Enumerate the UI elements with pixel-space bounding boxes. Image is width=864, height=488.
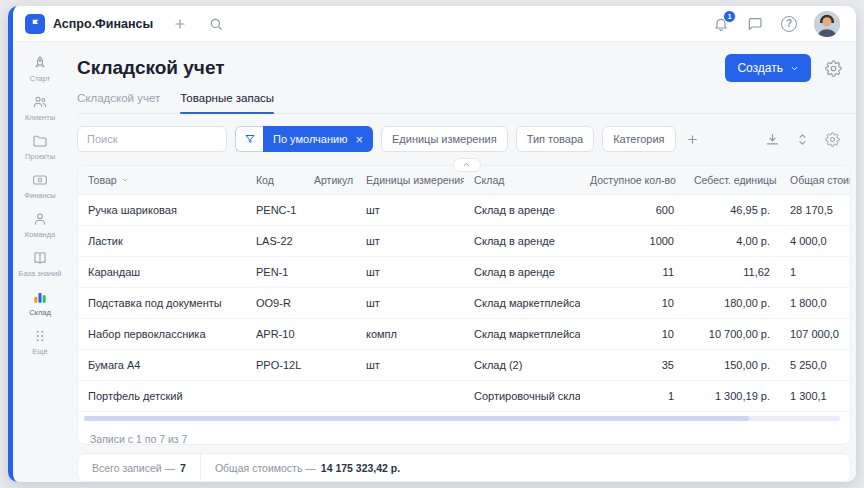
table-row[interactable]: Карандаш PEN-1 шт Склад в аренде 11 11,6… [78, 256, 850, 287]
sidebar-item-warehouse[interactable]: Склад [15, 286, 65, 320]
sidebar-item-more[interactable]: Ещё [15, 325, 65, 359]
scrollbar-thumb[interactable] [84, 416, 749, 421]
sidebar-item-label: Склад [29, 308, 51, 317]
cell-unit-cost: 4,00 р. [684, 225, 780, 256]
create-button-label: Создать [737, 61, 783, 75]
app-name: Аспро.Финансы [53, 17, 153, 31]
horizontal-scrollbar[interactable] [84, 416, 840, 421]
page-settings-button[interactable] [825, 60, 842, 77]
chat-icon [747, 16, 763, 32]
sidebar-item-finance[interactable]: Финансы [15, 169, 65, 203]
finance-icon [32, 172, 48, 188]
tab-warehouse-accounting[interactable]: Складской учет [77, 92, 160, 113]
sidebar: Старт Клиенты Проекты Финансы [13, 42, 67, 482]
avatar[interactable] [814, 11, 840, 37]
cell-article [304, 194, 356, 225]
table-row[interactable]: Ластик LAS-22 шт Склад в аренде 1000 4,0… [78, 225, 850, 256]
column-header-total[interactable]: Общая стоимость [780, 166, 850, 195]
cell-warehouse: Склад в аренде [464, 194, 580, 225]
help-button[interactable]: ? [780, 15, 798, 33]
expand-icon [795, 132, 810, 147]
warehouse-icon [32, 289, 48, 305]
table-row[interactable]: Ручка шариковая PENC-1 шт Склад в аренде… [78, 194, 850, 225]
active-filter-label: По умолчанию [273, 133, 347, 145]
team-icon [32, 211, 48, 227]
total-records: Всего записей — 7 [78, 454, 200, 481]
add-filter-button[interactable] [686, 133, 699, 146]
create-button[interactable]: Создать [725, 54, 811, 82]
flag-icon [30, 18, 41, 29]
global-search-button[interactable] [207, 15, 225, 33]
sidebar-item-label: Финансы [24, 191, 56, 200]
column-header-qty[interactable]: Доступное кол-во [580, 166, 684, 195]
sidebar-item-projects[interactable]: Проекты [15, 130, 65, 164]
inventory-table: Товар Код Артикул Единицы измерения Скла… [78, 166, 850, 412]
cell-article [304, 380, 356, 411]
filter-button[interactable] [235, 126, 263, 152]
download-icon [765, 132, 780, 147]
sidebar-item-start[interactable]: Старт [15, 52, 65, 86]
filter-chip-category[interactable]: Категория [602, 126, 675, 152]
gear-icon [825, 60, 842, 77]
filter-chip-units[interactable]: Единицы измерения [381, 126, 508, 152]
cell-unit: шт [356, 225, 464, 256]
sidebar-item-team[interactable]: Команда [15, 208, 65, 242]
notifications-button[interactable]: 1 [712, 15, 730, 33]
cell-qty: 600 [580, 194, 684, 225]
app-body: Старт Клиенты Проекты Финансы [13, 42, 856, 482]
column-header-product[interactable]: Товар [78, 166, 246, 195]
plus-icon [173, 17, 187, 31]
cell-unit: шт [356, 349, 464, 380]
table-row[interactable]: Подставка под документы OO9-R шт Склад м… [78, 287, 850, 318]
cell-unit-cost: 46,95 р. [684, 194, 780, 225]
cell-unit: шт [356, 256, 464, 287]
active-filter-chip[interactable]: По умолчанию × [263, 126, 373, 152]
column-header-article[interactable]: Артикул [304, 166, 356, 195]
cell-qty: 1000 [580, 225, 684, 256]
filter-chip-product-type[interactable]: Тип товара [516, 126, 595, 152]
sidebar-item-clients[interactable]: Клиенты [15, 91, 65, 125]
more-icon [32, 328, 48, 344]
column-header-unit-cost[interactable]: Себест. единицы [684, 166, 780, 195]
cell-total: 107 000,0 [780, 318, 850, 349]
messages-button[interactable] [746, 15, 764, 33]
knowledge-icon [32, 250, 48, 266]
cell-warehouse: Склад в аренде [464, 256, 580, 287]
column-header-warehouse[interactable]: Склад [464, 166, 580, 195]
cell-qty: 10 [580, 287, 684, 318]
total-cost-label: Общая стоимость — [215, 462, 316, 474]
sidebar-item-knowledge[interactable]: База знаний [15, 247, 65, 281]
table-row[interactable]: Портфель детский Сортировочный скла 1 1 … [78, 380, 850, 411]
quick-add-button[interactable] [171, 15, 189, 33]
table-settings-button[interactable] [825, 132, 840, 147]
sort-chevron-icon [121, 176, 129, 184]
cell-total: 1 [780, 256, 850, 287]
cell-code: PEN-1 [246, 256, 304, 287]
column-header-code[interactable]: Код [246, 166, 304, 195]
cell-total: 28 170,5 [780, 194, 850, 225]
plus-icon [686, 133, 699, 146]
search-input[interactable] [77, 126, 227, 152]
collapse-filters-button[interactable] [453, 158, 481, 172]
cell-total: 5 250,0 [780, 349, 850, 380]
chevron-down-icon [790, 64, 799, 73]
clients-icon [32, 94, 48, 110]
cell-warehouse: Сортировочный скла [464, 380, 580, 411]
cell-code: LAS-22 [246, 225, 304, 256]
expand-rows-button[interactable] [795, 132, 810, 147]
cell-article [304, 349, 356, 380]
export-button[interactable] [765, 132, 780, 147]
cell-qty: 10 [580, 318, 684, 349]
cell-unit-cost: 1 300,19 р. [684, 380, 780, 411]
table-row[interactable]: Набор первоклассника APR-10 компл Склад … [78, 318, 850, 349]
table-row[interactable]: Бумага А4 PPO-12L шт Склад (2) 35 150,00… [78, 349, 850, 380]
column-header-unit[interactable]: Единицы измерения [356, 166, 464, 195]
page-title: Складской учет [77, 57, 225, 79]
app-logo[interactable] [25, 14, 45, 34]
cell-product: Набор первоклассника [78, 318, 246, 349]
sidebar-item-label: Проекты [25, 152, 55, 161]
tab-goods-stock[interactable]: Товарные запасы [180, 92, 274, 113]
remove-filter-icon[interactable]: × [355, 133, 363, 146]
cell-unit: компл [356, 318, 464, 349]
cell-qty: 35 [580, 349, 684, 380]
